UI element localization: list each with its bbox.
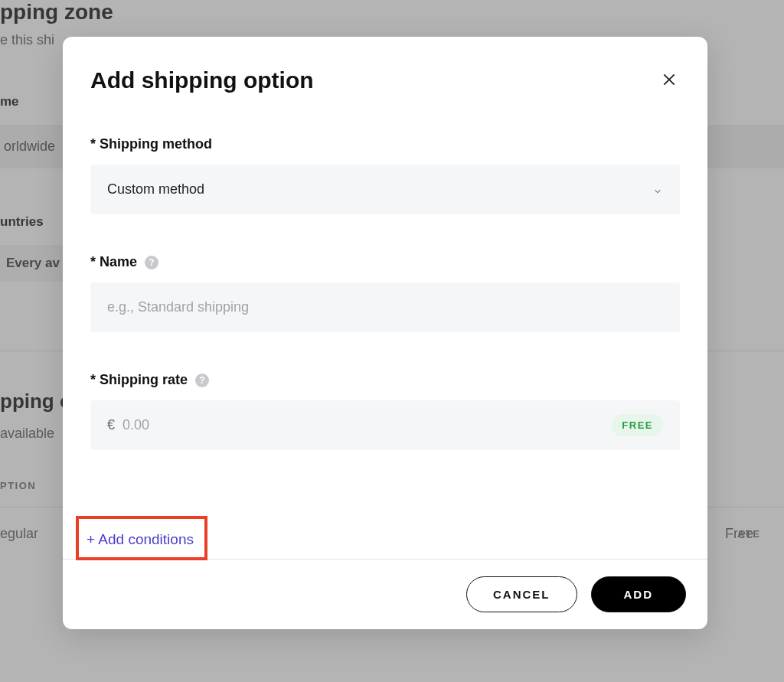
close-icon bbox=[662, 72, 677, 87]
shipping-rate-box: € FREE bbox=[90, 400, 680, 450]
highlight-annotation: + Add conditions bbox=[76, 516, 207, 560]
cancel-button[interactable]: CANCEL bbox=[466, 576, 577, 612]
shipping-method-select[interactable]: Custom method bbox=[90, 165, 680, 214]
name-label: * Name bbox=[90, 254, 137, 270]
shipping-method-value: Custom method bbox=[107, 181, 204, 197]
chevron-down-icon bbox=[652, 184, 663, 195]
name-input[interactable] bbox=[90, 282, 680, 332]
shipping-rate-input[interactable] bbox=[122, 417, 604, 433]
shipping-method-label: * Shipping method bbox=[90, 136, 680, 152]
shipping-rate-label: * Shipping rate bbox=[90, 372, 188, 388]
shipping-method-field: * Shipping method Custom method bbox=[90, 136, 680, 214]
help-icon[interactable]: ? bbox=[195, 374, 209, 387]
add-conditions-link[interactable]: + Add conditions bbox=[87, 531, 194, 548]
add-button[interactable]: ADD bbox=[591, 576, 687, 612]
close-button[interactable] bbox=[658, 69, 680, 93]
modal-title: Add shipping option bbox=[90, 67, 314, 93]
free-badge: FREE bbox=[612, 414, 663, 436]
shipping-rate-field: * Shipping rate ? € FREE bbox=[90, 372, 680, 450]
currency-symbol: € bbox=[107, 417, 115, 433]
name-field: * Name ? bbox=[90, 254, 680, 332]
modal-footer: CANCEL ADD bbox=[63, 559, 707, 629]
help-icon[interactable]: ? bbox=[145, 256, 158, 269]
